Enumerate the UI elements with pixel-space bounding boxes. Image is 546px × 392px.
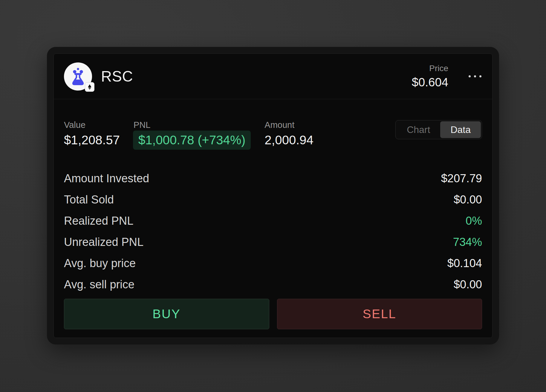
header-right: Price $0.604 [412, 64, 482, 89]
chart-data-toggle: Chart Data [395, 120, 482, 139]
details-list: Amount Invested $207.79 Total Sold $0.00… [64, 168, 482, 295]
stat-amount-block: Amount 2,000.94 [264, 120, 313, 147]
token-identity: RSC [64, 62, 133, 91]
detail-row-amount-invested: Amount Invested $207.79 [64, 168, 482, 189]
more-options-button[interactable] [468, 72, 482, 80]
token-symbol: RSC [101, 68, 133, 85]
stat-value: $1,208.57 [64, 133, 120, 147]
stats-row: Value $1,208.57 PNL $1,000.78 (+734%) Am… [64, 120, 482, 150]
detail-row-total-sold: Total Sold $0.00 [64, 189, 482, 210]
detail-row-unrealized-pnl: Unrealized PNL 734% [64, 232, 482, 253]
sell-button[interactable]: SELL [277, 299, 482, 329]
card-body: Value $1,208.57 PNL $1,000.78 (+734%) Am… [54, 99, 492, 339]
detail-label: Realized PNL [64, 210, 133, 232]
price-value: $0.604 [412, 76, 448, 89]
ellipsis-icon [469, 75, 481, 77]
stat-value: 2,000.94 [264, 133, 313, 147]
chain-badge [85, 82, 94, 92]
desktop-background: RSC Price $0.604 [0, 0, 546, 392]
price-label: Price [412, 64, 448, 73]
detail-value: 734% [453, 232, 482, 253]
stat-value-block: Value $1,208.57 [64, 120, 120, 147]
detail-value: $0.00 [454, 189, 482, 210]
action-buttons: BUY SELL [64, 299, 482, 329]
detail-row-realized-pnl: Realized PNL 0% [64, 210, 482, 232]
detail-value: $0.104 [447, 253, 482, 274]
ethereum-icon [87, 84, 93, 90]
token-avatar [64, 62, 92, 91]
stat-pnl-block: PNL $1,000.78 (+734%) [134, 120, 251, 150]
detail-row-avg-sell-price: Avg. sell price $0.00 [64, 274, 482, 295]
detail-value: 0% [466, 210, 482, 232]
toggle-option-chart[interactable]: Chart [397, 121, 440, 138]
token-position-panel: RSC Price $0.604 [53, 53, 493, 338]
detail-label: Unrealized PNL [64, 232, 143, 253]
detail-label: Avg. buy price [64, 253, 136, 274]
detail-row-avg-buy-price: Avg. buy price $0.104 [64, 253, 482, 274]
price-block: Price $0.604 [412, 64, 448, 89]
stat-label: Value [64, 120, 120, 130]
detail-value: $207.79 [441, 168, 482, 189]
toggle-option-data[interactable]: Data [440, 121, 481, 138]
buy-button[interactable]: BUY [64, 299, 269, 329]
card-header: RSC Price $0.604 [54, 54, 492, 99]
detail-label: Amount Invested [64, 168, 149, 189]
detail-label: Avg. sell price [64, 274, 134, 295]
pnl-pill: $1,000.78 (+734%) [133, 131, 251, 150]
detail-label: Total Sold [64, 189, 114, 210]
detail-value: $0.00 [454, 274, 482, 295]
stat-label: Amount [264, 120, 313, 130]
stat-label: PNL [134, 120, 251, 130]
token-position-card: RSC Price $0.604 [47, 47, 499, 344]
